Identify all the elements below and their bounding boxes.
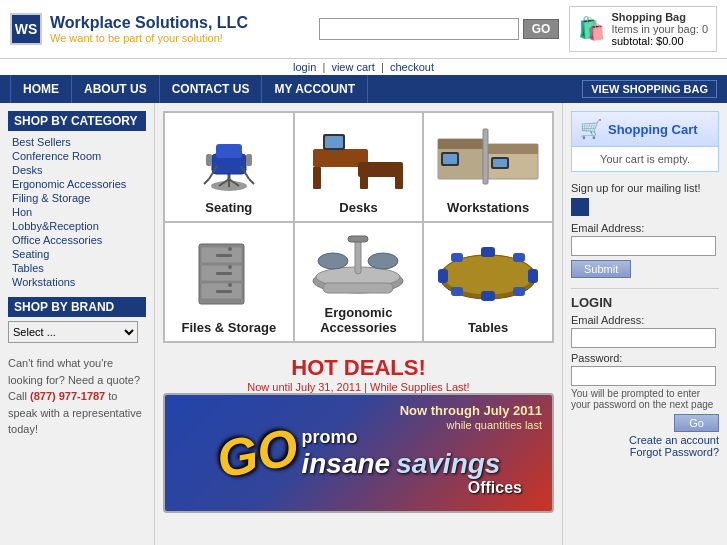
hot-deals-title: HOT DEALS! bbox=[163, 355, 554, 381]
cart-widget: 🛒 Shopping Cart Your cart is empty. bbox=[571, 111, 719, 172]
mailing-icon bbox=[571, 198, 589, 216]
sidebar-link-lobby[interactable]: Lobby&Reception bbox=[8, 219, 146, 233]
svg-rect-12 bbox=[246, 154, 252, 166]
svg-rect-50 bbox=[481, 291, 495, 301]
checkout-link[interactable]: checkout bbox=[390, 61, 434, 73]
category-workstations[interactable]: Workstations bbox=[423, 112, 553, 222]
cart-subtotal: subtotal: $0.00 bbox=[611, 35, 708, 47]
hot-deals-section: HOT DEALS! Now until July 31, 2011 | Whi… bbox=[163, 355, 554, 513]
logo-text: Workplace Solutions, LLC We want to be p… bbox=[50, 14, 248, 44]
svg-rect-29 bbox=[483, 129, 488, 184]
seating-image bbox=[169, 121, 289, 196]
sidebar-link-conference[interactable]: Conference Room bbox=[8, 149, 146, 163]
svg-point-37 bbox=[228, 247, 232, 251]
login-email-input[interactable] bbox=[571, 328, 716, 348]
nav-account[interactable]: MY ACCOUNT bbox=[262, 75, 368, 103]
login-go-button[interactable]: Go bbox=[674, 414, 719, 432]
category-desks[interactable]: Desks bbox=[294, 112, 424, 222]
svg-rect-19 bbox=[325, 136, 343, 148]
shopping-bag-icon: 🛍️ bbox=[578, 16, 605, 42]
svg-rect-42 bbox=[323, 283, 393, 293]
login-links: Create an account Forgot Password? bbox=[571, 434, 719, 458]
hot-deals-banner[interactable]: Now through July 2011 while quantities l… bbox=[163, 393, 554, 513]
sidebar-link-desks[interactable]: Desks bbox=[8, 163, 146, 177]
sidebar-contact: Can't find what you're looking for? Need… bbox=[8, 355, 146, 438]
category-grid: Seating bbox=[163, 111, 554, 343]
svg-rect-15 bbox=[313, 167, 321, 189]
sidebar-link-ergonomic[interactable]: Ergonomic Accessories bbox=[8, 177, 146, 191]
cart-info: Shopping Bag Items in your bag: 0 subtot… bbox=[611, 11, 708, 47]
svg-rect-17 bbox=[395, 167, 403, 189]
view-shopping-bag-button[interactable]: VIEW SHOPPING BAG bbox=[582, 80, 717, 98]
svg-line-6 bbox=[204, 179, 209, 184]
tables-label: Tables bbox=[468, 320, 508, 335]
email-address-label: Email Address: bbox=[571, 222, 719, 234]
mailing-label: Sign up for our mailing list! bbox=[571, 182, 719, 194]
banner-now-text: Now through July 2011 bbox=[400, 403, 542, 418]
sidebar-link-workstations[interactable]: Workstations bbox=[8, 275, 146, 289]
files-storage-image bbox=[169, 231, 289, 316]
logo-area: WS Workplace Solutions, LLC We want to b… bbox=[10, 13, 309, 45]
banner-savings-text: savings bbox=[396, 448, 500, 480]
banner-go-text: GO bbox=[212, 416, 302, 489]
auth-links: login | view cart | checkout bbox=[0, 59, 727, 75]
cart-widget-body: Your cart is empty. bbox=[572, 147, 718, 171]
nav-about[interactable]: ABOUT US bbox=[72, 75, 160, 103]
svg-rect-49 bbox=[481, 247, 495, 257]
search-input[interactable] bbox=[319, 18, 519, 40]
sidebar-link-filing[interactable]: Filing & Storage bbox=[8, 191, 146, 205]
cart-title: Shopping Bag bbox=[611, 11, 708, 23]
svg-rect-36 bbox=[216, 290, 232, 293]
sidebar-link-hon[interactable]: Hon bbox=[8, 205, 146, 219]
login-title: LOGIN bbox=[571, 295, 719, 310]
workstations-image bbox=[428, 121, 548, 196]
header: WS Workplace Solutions, LLC We want to b… bbox=[0, 0, 727, 59]
logo-subtitle: We want to be part of your solution! bbox=[50, 32, 248, 44]
cart-widget-title: Shopping Cart bbox=[608, 122, 698, 137]
category-seating[interactable]: Seating bbox=[164, 112, 294, 222]
svg-rect-35 bbox=[216, 272, 232, 275]
workstations-label: Workstations bbox=[447, 200, 529, 215]
svg-rect-16 bbox=[360, 167, 368, 189]
submit-button[interactable]: Submit bbox=[571, 260, 631, 278]
banner-promo-text: promo bbox=[301, 427, 357, 448]
category-tables[interactable]: Tables bbox=[423, 222, 553, 342]
login-email-label: Email Address: bbox=[571, 314, 719, 326]
forgot-password-link[interactable]: Forgot Password? bbox=[571, 446, 719, 458]
svg-rect-52 bbox=[528, 269, 538, 283]
svg-rect-22 bbox=[438, 139, 483, 149]
header-search: GO bbox=[319, 18, 560, 40]
view-cart-link[interactable]: view cart bbox=[331, 61, 374, 73]
svg-rect-45 bbox=[355, 239, 361, 274]
logo-box: WS bbox=[10, 13, 42, 45]
category-files-storage[interactable]: Files & Storage bbox=[164, 222, 294, 342]
brand-title: SHOP BY BRAND bbox=[8, 297, 146, 317]
svg-rect-20 bbox=[331, 150, 337, 153]
right-panel: 🛒 Shopping Cart Your cart is empty. Sign… bbox=[562, 103, 727, 545]
cart-widget-header: 🛒 Shopping Cart bbox=[572, 112, 718, 147]
sidebar-link-office-acc[interactable]: Office Accessories bbox=[8, 233, 146, 247]
login-section: LOGIN Email Address: Password: You will … bbox=[571, 288, 719, 458]
sidebar-link-bestsellers[interactable]: Best Sellers bbox=[8, 135, 146, 149]
svg-rect-51 bbox=[438, 269, 448, 283]
nav-home[interactable]: HOME bbox=[10, 75, 72, 103]
content-area: Seating bbox=[155, 103, 562, 545]
svg-rect-34 bbox=[216, 254, 232, 257]
mailing-email-input[interactable] bbox=[571, 236, 716, 256]
search-button[interactable]: GO bbox=[523, 19, 560, 39]
seating-label: Seating bbox=[205, 200, 252, 215]
nav-contact[interactable]: CONTACT US bbox=[160, 75, 263, 103]
svg-rect-53 bbox=[451, 253, 463, 262]
sidebar-link-tables[interactable]: Tables bbox=[8, 261, 146, 275]
cart-items: Items in your bag: 0 bbox=[611, 23, 708, 35]
category-ergonomic[interactable]: Ergonomic Accessories bbox=[294, 222, 424, 342]
svg-rect-24 bbox=[488, 144, 538, 154]
sidebar-link-seating[interactable]: Seating bbox=[8, 247, 146, 261]
svg-rect-56 bbox=[513, 287, 525, 296]
brand-select[interactable]: Select ... bbox=[8, 321, 138, 343]
login-password-input[interactable] bbox=[571, 366, 716, 386]
create-account-link[interactable]: Create an account bbox=[571, 434, 719, 446]
login-link[interactable]: login bbox=[293, 61, 316, 73]
sidebar: SHOP BY CATEGORY Best Sellers Conference… bbox=[0, 103, 155, 545]
logo-title: Workplace Solutions, LLC bbox=[50, 14, 248, 32]
